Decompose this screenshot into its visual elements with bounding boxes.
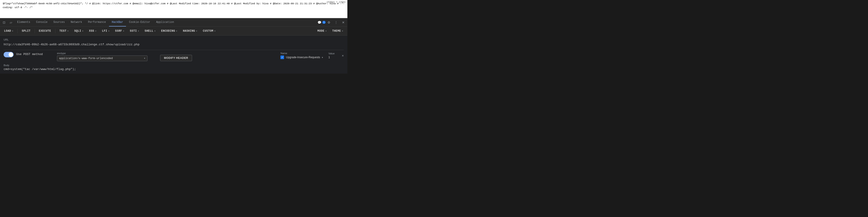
tab-application[interactable]: Application — [153, 18, 177, 27]
nv-name-arrow: ▾ — [322, 56, 323, 59]
tabs-bar-right: 💬 1 ⚙ ⋮ ✕ — [318, 19, 346, 26]
chat-icon: 💬 — [317, 21, 321, 24]
load-arrow: ▾ — [12, 30, 13, 32]
custom-arrow: ▾ — [214, 30, 216, 32]
ssti-arrow: ▾ — [138, 30, 139, 32]
settings-icon: ⚙ — [328, 21, 331, 24]
tab-sources[interactable]: Sources — [51, 18, 67, 27]
nv-name-text: Upgrade-Insecure-Requests — [286, 56, 320, 59]
modify-header-button[interactable]: MODIFY HEADER — [160, 55, 192, 61]
code-line1: $flag="ctfshow{f3096abf-6ee0-4c50-a4f2-c… — [3, 2, 345, 9]
tabs-bar: ⊡ ▱ Elements Console Sources Network Per… — [0, 18, 347, 27]
sqli-arrow: ▾ — [82, 30, 84, 32]
tab-hackbar[interactable]: HackBar — [109, 18, 126, 27]
size-indicator: 1536px × 120px — [327, 1, 346, 3]
hashing-arrow: ▾ — [196, 30, 198, 32]
nv-value-text: 1 — [329, 56, 330, 59]
close-icon-btn[interactable]: ✕ — [340, 19, 346, 26]
custom-button[interactable]: CUSTOM ▾ — [200, 29, 218, 33]
load-button[interactable]: LOAD ▾ — [2, 29, 16, 33]
tab-performance[interactable]: Performance — [85, 18, 108, 27]
code-display: $flag="ctfshow{f3096abf-6ee0-4c50-a4f2-c… — [0, 0, 347, 18]
device-icon: ▱ — [10, 21, 12, 24]
post-method-label: Use POST method — [16, 53, 43, 56]
bottom-row: Use POST method enctype application/x-ww… — [4, 52, 344, 71]
ssti-button[interactable]: SSTI ▾ — [128, 29, 141, 33]
device-icon-btn[interactable]: ▱ — [8, 19, 14, 26]
test-arrow: ▾ — [67, 30, 69, 32]
sqli-button[interactable]: SQLI ▾ — [72, 29, 86, 33]
middle-row: Use POST method enctype application/x-ww… — [4, 52, 280, 61]
encoding-arrow: ▾ — [176, 30, 178, 32]
close-icon: ✕ — [342, 21, 345, 24]
tabs-bar-left: ⊡ ▱ Elements Console Sources Network Per… — [1, 18, 177, 27]
url-label: URL — [4, 38, 344, 41]
nv-value-value: 1 — [329, 56, 335, 59]
ssrf-button[interactable]: SSRF ▾ — [113, 29, 127, 33]
enctype-area: enctype application/x-www-form-urlencode… — [57, 52, 156, 61]
enctype-select[interactable]: application/x-www-form-urlencoded ▾ — [57, 55, 148, 61]
nv-checkbox[interactable]: ✓ — [280, 55, 284, 59]
more-icon: ⋮ — [335, 21, 338, 24]
mode-button[interactable]: MODE ▾ — [315, 29, 329, 33]
tab-console[interactable]: Console — [33, 18, 50, 27]
enctype-arrow: ▾ — [144, 57, 146, 60]
ssrf-arrow: ▾ — [123, 30, 125, 32]
url-section: URL http://cda3fd46-09b2-4b26-ae68-a6733… — [4, 38, 344, 47]
xss-arrow: ▾ — [95, 30, 97, 32]
tab-network[interactable]: Network — [68, 18, 85, 27]
name-value-section: Name ✓ Upgrade-Insecure-Requests ▾ Value… — [280, 52, 344, 59]
settings-icon-btn[interactable]: ⚙ — [326, 19, 332, 26]
mode-arrow: ▾ — [325, 30, 327, 32]
hackbar-main-panel: URL http://cda3fd46-09b2-4b26-ae68-a6733… — [0, 35, 347, 74]
hackbar-toolbar: LOAD ▾ SPLIT EXECUTE TEST ▾ SQLI ▾ XSS ▾… — [0, 27, 347, 35]
tab-cookie-editor[interactable]: Cookie-Editor — [126, 18, 153, 27]
chat-badge: 1 — [322, 21, 326, 24]
encoding-button[interactable]: ENCODING ▾ — [159, 29, 180, 33]
nv-name-label: Name — [280, 52, 323, 55]
tab-elements[interactable]: Elements — [14, 18, 33, 27]
post-toggle-area: Use POST method — [4, 52, 53, 57]
nv-value-label: Value — [329, 52, 335, 55]
chat-icon-btn[interactable]: 💬 1 — [318, 19, 325, 26]
nv-name-value: ✓ Upgrade-Insecure-Requests ▾ — [280, 55, 323, 59]
nv-value-col: Value 1 — [329, 52, 335, 59]
inspect-icon: ⊡ — [3, 21, 5, 24]
body-section: Body cmd=system("tac /var/www/html/flag.… — [4, 64, 280, 71]
inspect-icon-btn[interactable]: ⊡ — [1, 19, 7, 26]
toggle-knob — [9, 52, 13, 57]
enctype-label: enctype — [57, 52, 156, 55]
shell-button[interactable]: SHELL ▾ — [142, 29, 158, 33]
test-button[interactable]: TEST ▾ — [57, 29, 71, 33]
post-method-toggle[interactable] — [4, 52, 13, 57]
toolbar-right: MODE ▾ THEME ▾ — [315, 29, 346, 33]
body-value[interactable]: cmd=system("tac /var/www/html/flag.php")… — [4, 67, 280, 71]
theme-arrow: ▾ — [342, 30, 343, 32]
enctype-value: application/x-www-form-urlencoded — [59, 57, 144, 60]
nv-name-col: Name ✓ Upgrade-Insecure-Requests ▾ — [280, 52, 323, 59]
more-icon-btn[interactable]: ⋮ — [333, 19, 339, 26]
lfi-button[interactable]: LFI ▾ — [100, 29, 112, 33]
split-button[interactable]: SPLIT — [20, 29, 33, 33]
body-label: Body — [4, 64, 280, 66]
theme-button[interactable]: THEME ▾ — [330, 29, 346, 33]
xss-button[interactable]: XSS ▾ — [87, 29, 99, 33]
nv-close-button[interactable]: ✕ — [342, 54, 344, 57]
devtools-panel: ⊡ ▱ Elements Console Sources Network Per… — [0, 18, 347, 74]
url-value[interactable]: http://cda3fd46-09b2-4b26-ae68-a6733c869… — [4, 42, 344, 47]
lfi-arrow: ▾ — [108, 30, 110, 32]
hashing-button[interactable]: HASHING ▾ — [181, 29, 200, 33]
execute-button[interactable]: EXECUTE — [37, 29, 53, 33]
bottom-left: Use POST method enctype application/x-ww… — [4, 52, 280, 71]
shell-arrow: ▾ — [154, 30, 156, 32]
